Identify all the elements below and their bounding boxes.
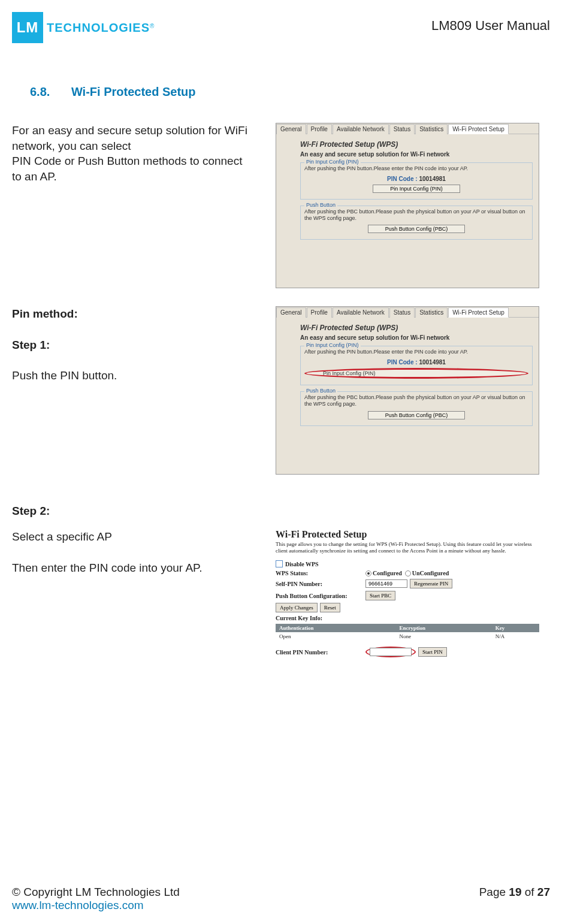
dialog-subtitle-2: An easy and secure setup solution for Wi…	[300, 334, 533, 341]
pin-group-label-2: Pin Input Config (PIN)	[304, 342, 361, 348]
push-group: Push Button After pushing the PBC button…	[300, 206, 533, 240]
page-number: Page 19 of 27	[479, 886, 550, 912]
page-prefix: Page	[479, 886, 509, 898]
th-auth: Authentication	[276, 624, 396, 632]
ap-title: Wi-Fi Protected Setup	[276, 529, 539, 540]
page-footer: © Copyright LM Technologies Ltd www.lm-t…	[12, 886, 550, 912]
wps-dialog-1: General Profile Available Network Status…	[276, 123, 539, 288]
section-number: 6.8.	[30, 85, 50, 98]
th-key: Key	[492, 624, 539, 632]
pin-code-value-2: 10014981	[419, 359, 446, 366]
start-pin-button[interactable]: Start PIN	[418, 647, 447, 657]
tab-statistics[interactable]: Statistics	[415, 124, 448, 134]
step2-text1: Select a specific AP	[12, 529, 252, 545]
regenerate-pin-button[interactable]: Regenerate PIN	[410, 579, 452, 588]
push-button-config-button-2[interactable]: Push Button Config (PBC)	[368, 411, 466, 419]
key-info-table: Authentication Encryption Key Open None …	[276, 624, 539, 641]
tab-profile-2[interactable]: Profile	[307, 307, 332, 318]
pin-input-config-button-highlighted[interactable]: Pin Input Config (PIN)	[304, 368, 528, 379]
pbc-label: Push Button Configuration:	[276, 593, 365, 599]
pin-input-config-button[interactable]: Pin Input Config (PIN)	[373, 185, 460, 193]
logo-mark: LM	[12, 12, 43, 43]
wps-dialog-2: General Profile Available Network Status…	[276, 306, 539, 474]
client-pin-label: Client PIN Number:	[276, 649, 365, 656]
page-header: LM TECHNOLOGIES® LM809 User Manual	[12, 12, 550, 43]
self-pin-input[interactable]	[365, 579, 407, 588]
client-pin-highlight	[365, 647, 416, 657]
unconfigured-radio[interactable]	[405, 570, 411, 576]
tab-available-network[interactable]: Available Network	[333, 124, 389, 134]
tab-wps-2[interactable]: Wi-Fi Protect Setup	[448, 307, 509, 318]
pin-code-label: PIN Code :	[387, 176, 418, 182]
intro-line1: For an easy and secure setup solution fo…	[12, 123, 252, 153]
apply-changes-button[interactable]: Apply Changes	[276, 603, 318, 612]
pin-group-text: After pushing the PIN button.Please ente…	[304, 165, 528, 172]
tab-status[interactable]: Status	[389, 124, 415, 134]
ap-description: This page allows you to change the setti…	[276, 541, 539, 554]
step1-label: Step 1:	[12, 337, 252, 353]
page-current: 19	[509, 886, 521, 898]
pin-code-label-2: PIN Code :	[387, 359, 418, 366]
start-pbc-button[interactable]: Start PBC	[365, 591, 395, 600]
client-pin-input[interactable]	[370, 648, 412, 656]
intro-line2: PIN Code or Push Button methods to conne…	[12, 153, 252, 184]
table-row: Open None N/A	[276, 632, 539, 641]
key-info-label: Current Key Info:	[276, 615, 365, 621]
pin-group: Pin Input Config (PIN) After pushing the…	[300, 162, 533, 200]
tab-profile[interactable]: Profile	[307, 124, 332, 134]
intro-text: For an easy and secure setup solution fo…	[12, 123, 252, 185]
document-title: LM809 User Manual	[431, 18, 550, 34]
tab-wps[interactable]: Wi-Fi Protect Setup	[448, 124, 509, 134]
configured-radio[interactable]	[365, 570, 371, 576]
push-group-2: Push Button After pushing the PBC button…	[300, 391, 533, 426]
disable-wps-label: Disable WPS	[285, 561, 319, 567]
push-button-config-button[interactable]: Push Button Config (PBC)	[368, 225, 466, 233]
dialog-title-2: Wi-Fi Protected Setup (WPS)	[300, 324, 533, 332]
step2-label: Step 2:	[12, 503, 252, 519]
reset-button[interactable]: Reset	[320, 603, 340, 612]
push-group-label: Push Button	[304, 202, 337, 208]
logo-text: TECHNOLOGIES	[47, 21, 150, 34]
tab-status-2[interactable]: Status	[389, 307, 415, 318]
pin-group-label: Pin Input Config (PIN)	[304, 159, 361, 165]
unconfigured-label: UnConfigured	[412, 570, 449, 576]
pin-group-2: Pin Input Config (PIN) After pushing the…	[300, 346, 533, 385]
pin-method-label: Pin method:	[12, 306, 252, 322]
step2-text2: Then enter the PIN code into your AP.	[12, 560, 252, 576]
disable-wps-checkbox[interactable]	[276, 560, 283, 567]
td-auth: Open	[276, 632, 396, 641]
tab-general-2[interactable]: General	[276, 307, 306, 318]
tab-general[interactable]: General	[276, 124, 306, 134]
pin-code-value: 10014981	[419, 176, 446, 182]
td-key: N/A	[492, 632, 539, 641]
dialog-tabs: General Profile Available Network Status…	[276, 123, 539, 134]
configured-label: Configured	[373, 570, 402, 576]
tab-statistics-2[interactable]: Statistics	[415, 307, 448, 318]
pin-group-text-2: After pushing the PIN button.Please ente…	[304, 349, 528, 355]
td-enc: None	[396, 632, 492, 641]
logo: LM TECHNOLOGIES®	[12, 12, 154, 43]
logo-registered-mark: ®	[150, 22, 154, 29]
tab-available-network-2[interactable]: Available Network	[333, 307, 389, 318]
wps-status-label: WPS Status:	[276, 570, 365, 576]
step1-text: Push the PIN button.	[12, 368, 252, 384]
company-url-link[interactable]: www.lm-technologies.com	[12, 899, 144, 911]
page-total: 27	[537, 886, 550, 898]
section-heading: 6.8. Wi-Fi Protected Setup	[30, 85, 550, 99]
push-group-text: After pushing the PBC button.Please push…	[304, 209, 528, 222]
ap-config-page: Wi-Fi Protected Setup This page allows y…	[276, 529, 539, 657]
self-pin-label: Self-PIN Number:	[276, 581, 365, 587]
dialog-tabs-2: General Profile Available Network Status…	[276, 307, 539, 318]
dialog-title: Wi-Fi Protected Setup (WPS)	[300, 140, 533, 149]
push-group-text-2: After pushing the PBC button.Please push…	[304, 394, 528, 407]
dialog-subtitle: An easy and secure setup solution for Wi…	[300, 151, 533, 158]
section-title: Wi-Fi Protected Setup	[71, 85, 196, 98]
push-group-label-2: Push Button	[304, 388, 337, 394]
copyright-text: © Copyright LM Technologies Ltd	[12, 886, 180, 899]
page-sep: of	[521, 886, 537, 898]
th-enc: Encryption	[396, 624, 492, 632]
